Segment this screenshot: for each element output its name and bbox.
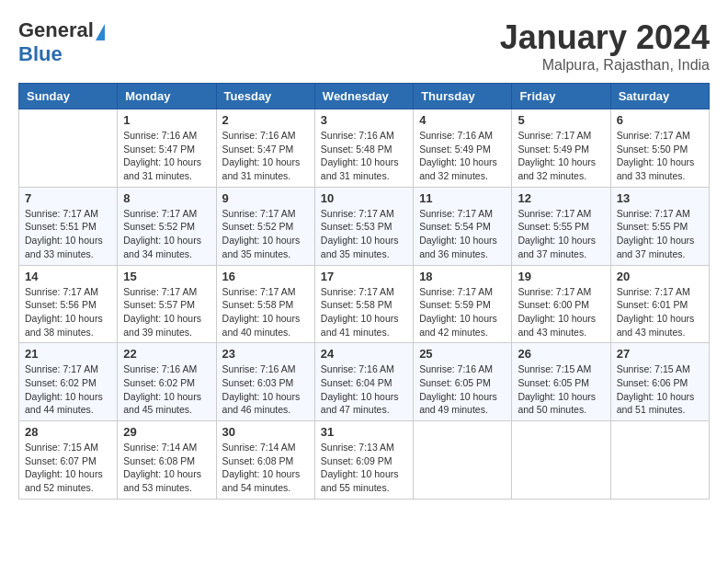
day-number: 29 (123, 425, 210, 439)
weekday-header-monday: Monday (118, 84, 216, 109)
day-number: 17 (321, 270, 407, 283)
calendar-cell: 13Sunrise: 7:17 AM Sunset: 5:55 PM Dayli… (610, 187, 709, 265)
calendar-cell: 4Sunrise: 7:16 AM Sunset: 5:49 PM Daylig… (414, 109, 512, 188)
week-row-3: 14Sunrise: 7:17 AM Sunset: 5:56 PM Dayli… (19, 265, 710, 343)
day-info: Sunrise: 7:17 AM Sunset: 5:51 PM Dayligh… (25, 207, 111, 261)
calendar-cell: 23Sunrise: 7:16 AM Sunset: 6:03 PM Dayli… (216, 343, 314, 421)
day-number: 22 (123, 347, 210, 361)
calendar-cell: 3Sunrise: 7:16 AM Sunset: 5:48 PM Daylig… (314, 109, 413, 188)
calendar-cell: 19Sunrise: 7:17 AM Sunset: 6:00 PM Dayli… (512, 265, 610, 343)
logo-blue-text: Blue (18, 42, 63, 66)
calendar-cell: 30Sunrise: 7:14 AM Sunset: 6:08 PM Dayli… (216, 421, 314, 500)
day-number: 30 (222, 425, 309, 439)
day-number: 3 (321, 113, 407, 127)
day-info: Sunrise: 7:16 AM Sunset: 6:05 PM Dayligh… (419, 362, 506, 417)
day-number: 14 (25, 270, 111, 283)
day-info: Sunrise: 7:17 AM Sunset: 5:55 PM Dayligh… (617, 207, 703, 261)
day-number: 6 (617, 113, 703, 127)
day-number: 18 (419, 270, 506, 283)
day-info: Sunrise: 7:17 AM Sunset: 5:50 PM Dayligh… (617, 129, 703, 183)
day-number: 21 (25, 347, 111, 361)
calendar-cell: 17Sunrise: 7:17 AM Sunset: 5:58 PM Dayli… (314, 265, 413, 343)
day-info: Sunrise: 7:16 AM Sunset: 5:49 PM Dayligh… (419, 129, 506, 183)
weekday-header-friday: Friday (512, 84, 610, 109)
calendar-cell: 8Sunrise: 7:17 AM Sunset: 5:52 PM Daylig… (118, 187, 216, 265)
calendar-table: SundayMondayTuesdayWednesdayThursdayFrid… (18, 83, 710, 500)
day-info: Sunrise: 7:15 AM Sunset: 6:07 PM Dayligh… (25, 441, 111, 495)
logo: General Blue (18, 18, 105, 66)
day-info: Sunrise: 7:13 AM Sunset: 6:09 PM Dayligh… (321, 441, 407, 495)
calendar-cell: 6Sunrise: 7:17 AM Sunset: 5:50 PM Daylig… (610, 109, 709, 188)
day-number: 28 (25, 425, 111, 439)
day-number: 24 (321, 347, 407, 361)
weekday-header-wednesday: Wednesday (314, 84, 413, 109)
page-header: General Blue January 2024 Malpura, Rajas… (18, 18, 710, 74)
calendar-cell (512, 421, 610, 500)
day-info: Sunrise: 7:14 AM Sunset: 6:08 PM Dayligh… (222, 441, 309, 495)
weekday-header-row: SundayMondayTuesdayWednesdayThursdayFrid… (19, 84, 710, 109)
calendar-cell: 27Sunrise: 7:15 AM Sunset: 6:06 PM Dayli… (610, 343, 709, 421)
calendar-cell: 2Sunrise: 7:16 AM Sunset: 5:47 PM Daylig… (216, 109, 314, 188)
logo-arrow-icon (96, 24, 105, 40)
day-number: 16 (222, 270, 309, 283)
calendar-cell: 10Sunrise: 7:17 AM Sunset: 5:53 PM Dayli… (314, 187, 413, 265)
day-info: Sunrise: 7:16 AM Sunset: 6:04 PM Dayligh… (321, 362, 407, 417)
calendar-cell: 15Sunrise: 7:17 AM Sunset: 5:57 PM Dayli… (118, 265, 216, 343)
day-number: 27 (617, 347, 703, 361)
day-number: 9 (222, 191, 309, 205)
calendar-cell: 18Sunrise: 7:17 AM Sunset: 5:59 PM Dayli… (414, 265, 512, 343)
day-number: 12 (518, 191, 604, 205)
day-number: 23 (222, 347, 309, 361)
calendar-cell: 1Sunrise: 7:16 AM Sunset: 5:47 PM Daylig… (118, 109, 216, 188)
day-info: Sunrise: 7:17 AM Sunset: 5:52 PM Dayligh… (222, 207, 309, 261)
calendar-cell: 16Sunrise: 7:17 AM Sunset: 5:58 PM Dayli… (216, 265, 314, 343)
calendar-cell: 29Sunrise: 7:14 AM Sunset: 6:08 PM Dayli… (118, 421, 216, 500)
day-info: Sunrise: 7:17 AM Sunset: 5:56 PM Dayligh… (25, 285, 111, 339)
calendar-cell: 31Sunrise: 7:13 AM Sunset: 6:09 PM Dayli… (314, 421, 413, 500)
calendar-cell: 5Sunrise: 7:17 AM Sunset: 5:49 PM Daylig… (512, 109, 610, 188)
week-row-5: 28Sunrise: 7:15 AM Sunset: 6:07 PM Dayli… (19, 421, 710, 500)
day-info: Sunrise: 7:17 AM Sunset: 6:02 PM Dayligh… (25, 362, 111, 417)
calendar-cell: 21Sunrise: 7:17 AM Sunset: 6:02 PM Dayli… (19, 343, 118, 421)
day-info: Sunrise: 7:17 AM Sunset: 5:52 PM Dayligh… (123, 207, 210, 261)
calendar-cell: 14Sunrise: 7:17 AM Sunset: 5:56 PM Dayli… (19, 265, 118, 343)
day-info: Sunrise: 7:16 AM Sunset: 6:02 PM Dayligh… (123, 362, 210, 417)
calendar-cell: 22Sunrise: 7:16 AM Sunset: 6:02 PM Dayli… (118, 343, 216, 421)
logo-general-text: General (18, 18, 94, 42)
day-info: Sunrise: 7:15 AM Sunset: 6:05 PM Dayligh… (518, 362, 604, 417)
day-number: 2 (222, 113, 309, 127)
calendar-cell: 9Sunrise: 7:17 AM Sunset: 5:52 PM Daylig… (216, 187, 314, 265)
calendar-cell: 26Sunrise: 7:15 AM Sunset: 6:05 PM Dayli… (512, 343, 610, 421)
day-info: Sunrise: 7:17 AM Sunset: 5:58 PM Dayligh… (222, 285, 309, 339)
day-info: Sunrise: 7:17 AM Sunset: 5:54 PM Dayligh… (419, 207, 506, 261)
day-info: Sunrise: 7:17 AM Sunset: 5:59 PM Dayligh… (419, 285, 506, 339)
calendar-cell: 11Sunrise: 7:17 AM Sunset: 5:54 PM Dayli… (414, 187, 512, 265)
day-info: Sunrise: 7:16 AM Sunset: 5:48 PM Dayligh… (321, 129, 407, 183)
title-block: January 2024 Malpura, Rajasthan, India (500, 18, 710, 74)
day-info: Sunrise: 7:17 AM Sunset: 5:58 PM Dayligh… (321, 285, 407, 339)
calendar-cell: 7Sunrise: 7:17 AM Sunset: 5:51 PM Daylig… (19, 187, 118, 265)
day-number: 15 (123, 270, 210, 283)
day-number: 10 (321, 191, 407, 205)
day-number: 25 (419, 347, 506, 361)
weekday-header-sunday: Sunday (19, 84, 118, 109)
day-number: 11 (419, 191, 506, 205)
day-number: 7 (25, 191, 111, 205)
day-info: Sunrise: 7:17 AM Sunset: 6:00 PM Dayligh… (518, 285, 604, 339)
calendar-cell: 20Sunrise: 7:17 AM Sunset: 6:01 PM Dayli… (610, 265, 709, 343)
calendar-cell (610, 421, 709, 500)
week-row-2: 7Sunrise: 7:17 AM Sunset: 5:51 PM Daylig… (19, 187, 710, 265)
location-subtitle: Malpura, Rajasthan, India (500, 57, 710, 74)
calendar-cell: 25Sunrise: 7:16 AM Sunset: 6:05 PM Dayli… (414, 343, 512, 421)
day-number: 13 (617, 191, 703, 205)
day-info: Sunrise: 7:15 AM Sunset: 6:06 PM Dayligh… (617, 362, 703, 417)
day-number: 26 (518, 347, 604, 361)
day-info: Sunrise: 7:17 AM Sunset: 6:01 PM Dayligh… (617, 285, 703, 339)
calendar-cell: 12Sunrise: 7:17 AM Sunset: 5:55 PM Dayli… (512, 187, 610, 265)
weekday-header-tuesday: Tuesday (216, 84, 314, 109)
day-number: 8 (123, 191, 210, 205)
day-info: Sunrise: 7:17 AM Sunset: 5:57 PM Dayligh… (123, 285, 210, 339)
day-info: Sunrise: 7:17 AM Sunset: 5:49 PM Dayligh… (518, 129, 604, 183)
weekday-header-thursday: Thursday (414, 84, 512, 109)
calendar-cell: 24Sunrise: 7:16 AM Sunset: 6:04 PM Dayli… (314, 343, 413, 421)
